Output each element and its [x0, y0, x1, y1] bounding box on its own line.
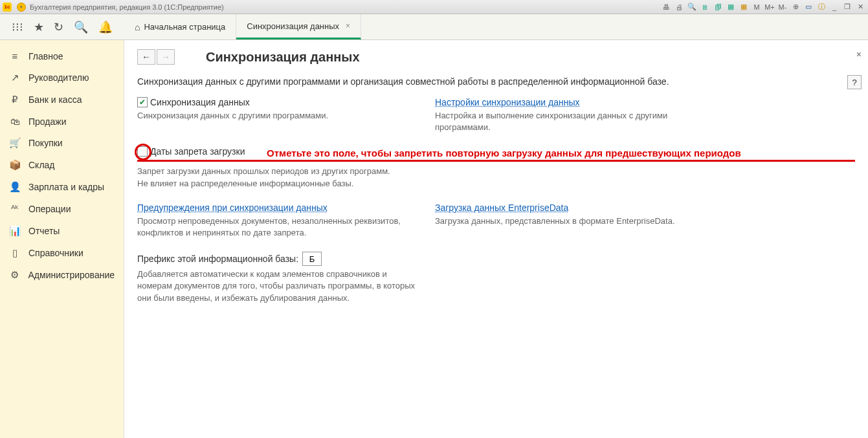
- home-icon: ⌂: [135, 22, 140, 32]
- window-titlebar: 1c ▾ Бухгалтерия предприятия, редакция 3…: [0, 0, 868, 14]
- box-icon: 📦: [9, 159, 21, 171]
- sidebar-item-admin[interactable]: ⚙Администрирование: [0, 264, 124, 286]
- sidebar-item-manager[interactable]: ↗Руководителю: [0, 67, 124, 89]
- tab-label: Синхронизация данных: [247, 21, 339, 31]
- tab-sync[interactable]: Синхронизация данных ×: [236, 14, 361, 39]
- sidebar-item-catalogs[interactable]: ▯Справочники: [0, 242, 124, 264]
- mminus-icon[interactable]: M-: [777, 2, 788, 12]
- tabs: ⌂ Начальная страница Синхронизация данны…: [124, 14, 361, 39]
- app-icon: 1c: [3, 3, 12, 12]
- chart-up-icon: ↗: [9, 72, 21, 83]
- prefix-input[interactable]: [302, 252, 322, 266]
- history-icon[interactable]: ↻: [54, 20, 63, 34]
- warnings-desc: Просмотр непроведенных документов, незап…: [137, 215, 409, 239]
- print-icon[interactable]: 🖶: [661, 2, 671, 12]
- preview-icon[interactable]: 🔍: [687, 2, 697, 12]
- sidebar-item-operations[interactable]: ᴬᵏОперации: [0, 198, 124, 220]
- prefix-desc: Добавляется автоматически к кодам элемен…: [137, 268, 422, 304]
- titlebar-icons: 🖶 🖨 🔍 🗎 🗐 ▦ ▦ M M+ M- ⊕ ▭ ⓘ _ ❐ ✕: [661, 2, 865, 12]
- apps-grid-icon[interactable]: ⁝⁝⁝: [12, 20, 23, 34]
- person-icon: 👤: [9, 181, 21, 193]
- dates-checkbox-label: Даты запрета загрузки: [150, 146, 245, 157]
- sidebar-item-sales[interactable]: 🛍Продажи: [0, 111, 124, 132]
- sidebar-item-hr[interactable]: 👤Зарплата и кадры: [0, 176, 124, 198]
- page-title: Синхронизация данных: [206, 50, 360, 65]
- bell-icon[interactable]: 🔔: [98, 20, 113, 34]
- info-box-icon[interactable]: ▭: [803, 2, 814, 12]
- ruble-icon: ₽: [9, 94, 21, 105]
- dropdown-icon[interactable]: ▾: [17, 3, 26, 12]
- load-link[interactable]: Загрузка данных EnterpriseData: [435, 203, 568, 213]
- mplus-icon[interactable]: M+: [764, 2, 775, 12]
- dates-desc: Запрет загрузки данных прошлых периодов …: [137, 166, 855, 189]
- copy-icon[interactable]: 🗐: [713, 2, 723, 12]
- print2-icon[interactable]: 🖨: [674, 2, 684, 12]
- sidebar: ≡Главное ↗Руководителю ₽Банк и касса 🛍Пр…: [0, 40, 124, 438]
- cart-icon: 🛒: [9, 137, 21, 149]
- gear-icon: ⚙: [9, 269, 21, 281]
- sync-checkbox[interactable]: [137, 97, 148, 107]
- nav-forward-button[interactable]: →: [157, 49, 175, 65]
- load-desc: Загрузка данных, представленных в формат…: [435, 215, 707, 227]
- content-area: × ? ← → Синхронизация данных Синхронизац…: [124, 40, 868, 438]
- nav-back-button[interactable]: ←: [137, 49, 155, 65]
- search-icon[interactable]: 🔍: [74, 20, 88, 34]
- menu-icon: ≡: [9, 50, 21, 61]
- book-icon: ▯: [9, 247, 21, 259]
- help-button[interactable]: ?: [847, 75, 862, 89]
- m-icon[interactable]: M: [751, 2, 762, 12]
- info-icon[interactable]: ⓘ: [816, 2, 827, 12]
- annotation-text: Отметьте это поле, чтобы запретить повто…: [267, 148, 741, 159]
- dates-checkbox[interactable]: [137, 146, 148, 157]
- close-window-icon[interactable]: ✕: [855, 2, 865, 12]
- window-title: Бухгалтерия предприятия, редакция 3.0 (1…: [30, 3, 224, 11]
- doc-icon[interactable]: 🗎: [700, 2, 710, 12]
- barchart-icon: 📊: [9, 225, 21, 237]
- sync-settings-link[interactable]: Настройки синхронизации данных: [435, 97, 579, 107]
- sidebar-item-bank[interactable]: ₽Банк и касса: [0, 89, 124, 111]
- operations-icon: ᴬᵏ: [9, 203, 21, 215]
- sidebar-item-warehouse[interactable]: 📦Склад: [0, 154, 124, 176]
- sidebar-item-main[interactable]: ≡Главное: [0, 45, 124, 67]
- close-page-icon[interactable]: ×: [856, 49, 862, 60]
- sync-checkbox-label: Синхронизация данных: [150, 97, 250, 107]
- tool-block: ⁝⁝⁝ ★ ↻ 🔍 🔔: [0, 14, 124, 39]
- calendar-icon[interactable]: ▦: [726, 2, 736, 12]
- zoom-icon[interactable]: ⊕: [790, 2, 801, 12]
- sidebar-item-purchases[interactable]: 🛒Покупки: [0, 132, 124, 154]
- annotation-underline: [137, 160, 855, 162]
- top-toolbar: ⁝⁝⁝ ★ ↻ 🔍 🔔 ⌂ Начальная страница Синхрон…: [0, 14, 868, 40]
- sidebar-item-reports[interactable]: 📊Отчеты: [0, 220, 124, 242]
- prefix-label: Префикс этой информационной базы:: [137, 254, 298, 264]
- bag-icon: 🛍: [9, 116, 21, 127]
- sync-settings-desc: Настройка и выполнение синхронизации дан…: [435, 110, 707, 133]
- sync-desc: Синхронизация данных с другими программа…: [137, 110, 409, 122]
- close-tab-icon[interactable]: ×: [346, 21, 350, 30]
- star-icon[interactable]: ★: [34, 20, 44, 34]
- maximize-icon[interactable]: ❐: [842, 2, 852, 12]
- page-intro: Синхронизация данных с другими программа…: [137, 76, 855, 87]
- minimize-icon[interactable]: _: [829, 2, 840, 12]
- warnings-link[interactable]: Предупреждения при синхронизации данных: [137, 203, 328, 213]
- calendar31-icon[interactable]: ▦: [739, 2, 749, 12]
- tab-label: Начальная страница: [144, 22, 225, 32]
- tab-home[interactable]: ⌂ Начальная страница: [124, 14, 236, 39]
